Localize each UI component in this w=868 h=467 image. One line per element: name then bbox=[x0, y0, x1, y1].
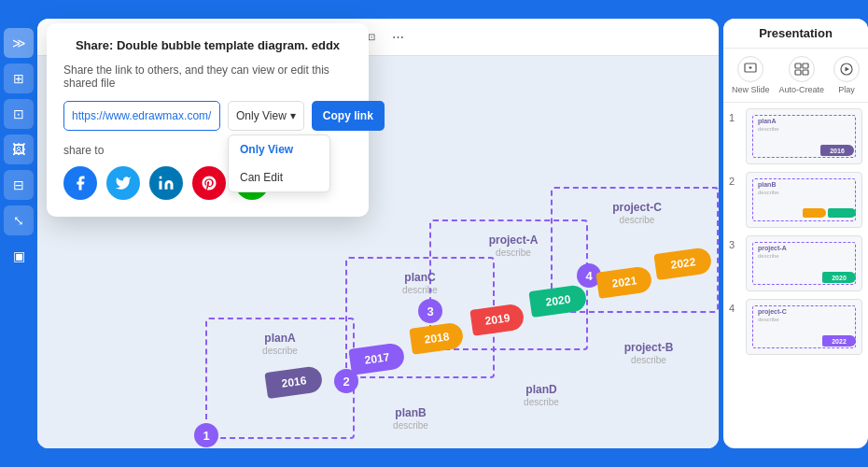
chevron-down-icon: ▾ bbox=[290, 109, 296, 122]
sublabel-project-c: describe bbox=[565, 215, 709, 225]
pinterest-icon[interactable] bbox=[192, 166, 226, 200]
facebook-icon[interactable] bbox=[63, 166, 97, 200]
slide1-sub-label: describe bbox=[758, 126, 779, 132]
sublabel-plan-d: describe bbox=[495, 397, 588, 407]
svg-point-9 bbox=[160, 177, 162, 179]
slide-num-4: 4 bbox=[729, 299, 740, 314]
slide-item-2[interactable]: 2 planB describe bbox=[729, 172, 862, 228]
slide-item-3[interactable]: 3 project-A describe 2020 bbox=[729, 235, 862, 291]
play-label: Play bbox=[838, 85, 855, 94]
twitter-icon[interactable] bbox=[106, 166, 140, 200]
left-sidebar: ≫ ⊞ ⊡ 🖼 ⊟ ⤡ ▣ bbox=[0, 19, 37, 448]
slide-thumb-3: project-A describe 2020 bbox=[746, 235, 862, 291]
label-plan-a: planA bbox=[219, 332, 341, 345]
panel-title: Presentation bbox=[723, 19, 868, 49]
slide2-main-label: planB bbox=[758, 181, 776, 188]
slide1-year: 2016 bbox=[820, 145, 854, 156]
auto-create-label: Auto-Create bbox=[778, 85, 824, 94]
svg-rect-3 bbox=[795, 64, 801, 68]
label-plan-c: planC bbox=[359, 271, 481, 284]
svg-rect-4 bbox=[803, 64, 808, 68]
sublabel-plan-a: describe bbox=[219, 346, 341, 356]
slide-num-3: 3 bbox=[729, 235, 740, 250]
copy-link-button[interactable]: Copy link bbox=[312, 101, 385, 131]
slide-num-2: 2 bbox=[729, 172, 740, 187]
play-icon bbox=[833, 56, 860, 82]
slide-thumb-4: project-C describe 2022 bbox=[746, 299, 862, 355]
permission-label: Only View bbox=[236, 109, 287, 122]
auto-create-icon bbox=[789, 56, 815, 82]
sidebar-grid-icon[interactable]: ⊞ bbox=[4, 64, 34, 93]
sidebar-expand-icon[interactable]: ⤡ bbox=[4, 205, 34, 235]
sidebar-image-icon[interactable]: 🖼 bbox=[4, 134, 34, 164]
dropdown-can-edit[interactable]: Can Edit bbox=[229, 163, 329, 191]
dialog-title: Share: Double bubble template diagram. e… bbox=[63, 38, 352, 52]
sidebar-toggle-icon[interactable]: ≫ bbox=[4, 28, 34, 58]
slide-list: 1 planA describe 2016 2 planB describe 3 bbox=[723, 103, 868, 448]
slide1-main-label: planA bbox=[758, 118, 776, 124]
permission-dropdown: Only View Can Edit bbox=[228, 134, 330, 192]
slide3-year: 2020 bbox=[822, 272, 856, 283]
slide-thumb-1: planA describe 2016 bbox=[746, 108, 862, 164]
slide-thumb-2: planB describe bbox=[746, 172, 862, 228]
new-slide-icon bbox=[737, 56, 763, 82]
sublabel-project-a: describe bbox=[443, 248, 583, 258]
right-panel: Presentation New Slide Auto-Create Play … bbox=[723, 19, 868, 448]
new-slide-button[interactable]: New Slide bbox=[732, 56, 770, 94]
label-project-a: project-A bbox=[443, 234, 583, 247]
new-slide-label: New Slide bbox=[732, 85, 770, 94]
link-input[interactable] bbox=[63, 101, 220, 131]
toolbar-dots-icon[interactable]: ⋯ bbox=[386, 26, 409, 49]
label-plan-b: planB bbox=[364, 406, 457, 419]
permission-select: Only View ▾ Only View Can Edit bbox=[228, 101, 304, 131]
permission-button[interactable]: Only View ▾ bbox=[228, 101, 304, 131]
dropdown-only-view[interactable]: Only View bbox=[229, 135, 329, 163]
sublabel-plan-b: describe bbox=[364, 420, 457, 431]
link-row: Only View ▾ Only View Can Edit Copy link bbox=[63, 101, 352, 131]
slide-num-1: 1 bbox=[729, 108, 740, 123]
slide2-sub-label: describe bbox=[758, 190, 779, 195]
slide4-year: 2022 bbox=[822, 335, 856, 347]
panel-actions: New Slide Auto-Create Play bbox=[723, 49, 868, 103]
linkedin-icon[interactable] bbox=[149, 166, 183, 200]
sidebar-minus-icon[interactable]: ⊟ bbox=[4, 170, 34, 200]
sidebar-symbol-icon[interactable]: ⊡ bbox=[4, 99, 34, 129]
play-button[interactable]: Play bbox=[833, 56, 860, 94]
slide4-sub-label: describe bbox=[758, 317, 779, 322]
label-plan-d: planD bbox=[495, 383, 588, 396]
label-project-c: project-C bbox=[565, 201, 709, 214]
slide-item-1[interactable]: 1 planA describe 2016 bbox=[729, 108, 862, 164]
svg-marker-8 bbox=[845, 67, 849, 72]
svg-rect-5 bbox=[795, 70, 801, 75]
num-circle-1: 1 bbox=[194, 423, 218, 447]
num-circle-3: 3 bbox=[418, 299, 442, 323]
label-project-b: project-B bbox=[597, 341, 700, 354]
auto-create-button[interactable]: Auto-Create bbox=[778, 56, 824, 94]
sublabel-plan-c: describe bbox=[359, 285, 481, 295]
dialog-description: Share the link to others, and they can v… bbox=[63, 64, 352, 90]
svg-rect-6 bbox=[803, 70, 808, 75]
slide3-main-label: project-A bbox=[758, 245, 787, 251]
sublabel-project-b: describe bbox=[597, 355, 700, 365]
sidebar-present-icon[interactable]: ▣ bbox=[4, 241, 34, 271]
share-dialog: Share: Double bubble template diagram. e… bbox=[47, 23, 369, 217]
slide-item-4[interactable]: 4 project-C describe 2022 bbox=[729, 299, 862, 355]
slide4-main-label: project-C bbox=[758, 308, 787, 315]
slide3-sub-label: describe bbox=[758, 253, 779, 259]
